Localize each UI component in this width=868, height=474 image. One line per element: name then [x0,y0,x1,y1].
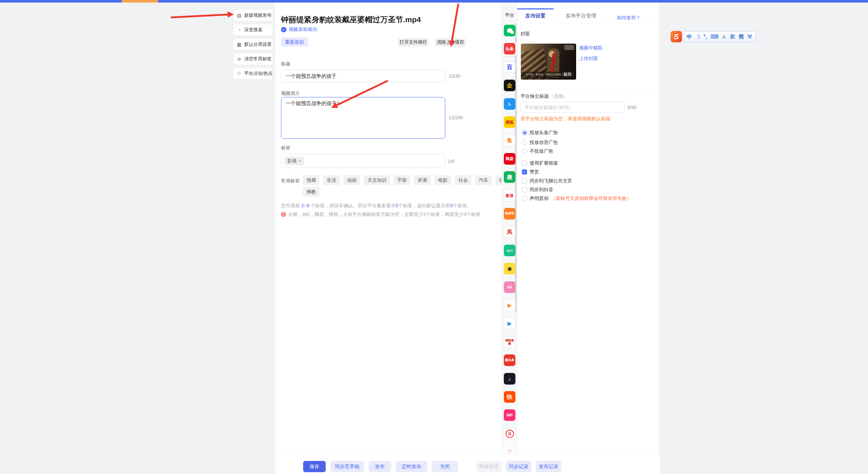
radio-selected-icon[interactable] [522,130,527,135]
common-tag-chip[interactable]: 佛教 [303,187,320,197]
sidebar-item-platform-activity-hotspot[interactable]: ⚐平台活动/热点 [233,68,273,79]
common-tag-chip[interactable]: 生活 [323,175,340,185]
platform-glyph: 惠头条 [505,358,514,362]
radio-option-2[interactable]: 投放自营广告 [522,139,558,146]
description-label: 视频简介 [281,90,300,97]
clear-upload-cache-button[interactable]: 清除上传缓存 [435,38,466,47]
ime-person-icon[interactable]: ♟ [722,34,726,39]
common-tag-chip[interactable]: 电影 [434,175,451,185]
upload-cover-link[interactable]: 上传封面 [579,55,598,62]
platform-icon-qie-hao[interactable]: 企 [504,80,515,91]
checkbox-icon[interactable] [522,161,527,166]
cover-thumbnail[interactable]: 斑马纹、豹金纹、蛇纹以及豹纹都属于… 裁剪 [521,44,576,80]
sidebar-item-clear-common-tags[interactable]: ⊘清空常用标签 [233,53,273,65]
deep-search-icon: ◔ [237,27,242,33]
common-tag-chip[interactable]: 宇宙 [394,175,410,185]
platform-glyph: MP [507,413,513,417]
sidebar-item-label: 平台活动/热点 [244,71,273,77]
status-row: ✓ 视频添加成功 [281,26,317,33]
radio-option-3[interactable]: 不投放广告 [522,148,553,154]
close-button[interactable]: 关闭 [432,461,458,472]
checkbox-icon[interactable] [522,187,527,192]
common-tag-chip[interactable]: 社会 [455,175,471,185]
platform-glyph: 快传号 [505,212,514,216]
platform-icon-meipai[interactable]: MP [504,409,515,421]
checkbox-option-4[interactable]: 同步到抖音 [522,186,553,193]
platform-icon-huitoutiao[interactable]: 惠头条 [504,354,515,366]
radio-option-1[interactable]: 投放头条广告 [522,129,558,136]
sidebar-item-deep-search[interactable]: ◔深度搜索 [233,24,273,36]
independent-title-input[interactable] [521,102,625,113]
platform-glyph: bili [507,285,512,289]
radio-icon[interactable] [522,140,527,145]
platform-icon-sina-kandian[interactable]: 新浪 [504,190,515,201]
scheduled-publish-button[interactable]: 定时发布 [396,461,427,472]
checkbox-option-2[interactable]: ✓赞赏 [522,169,539,175]
how-to-publish-link[interactable]: 如何发布？ [617,15,640,21]
platform-icon-kuaichuan-hao[interactable]: 快传号 [504,208,515,220]
tag-remove-icon[interactable]: × [298,158,301,164]
publish-button[interactable]: 发布 [369,461,391,472]
platform-icon-sohu-hao[interactable]: 搜狐 [504,116,515,128]
sync-records-button[interactable]: 同步记录 [506,461,531,472]
common-tag-chip[interactable]: 评测 [414,175,431,185]
sogou-logo-icon[interactable]: S [671,31,682,42]
platform-icon-sohu-video[interactable]: 搜狐视频 [504,336,515,348]
radio-label: 不投放广告 [530,148,553,154]
ime-moon-icon[interactable]: ☽ [695,34,700,39]
ime-punctuation-icon[interactable]: °‚ [703,34,707,39]
capture-from-video-link[interactable]: 视频中截取 [579,45,603,51]
description-textarea[interactable]: 一个能预言战争的孩子1+ [281,97,445,139]
platform-rail: 平台 头条百企1.搜狐鱼网易趣新浪快传号凤iQIYI◉bili▶▶搜狐视频惠头条… [502,3,517,474]
platform-glyph: ▶ [507,320,512,327]
open-file-path-button[interactable]: 打开文件路径 [398,38,429,47]
sidebar-item-label: 新建视频发布 [244,12,272,19]
tab-platform-manage[interactable]: 发布平台管理 [554,9,608,23]
checkbox-option-3[interactable]: 同步到飞聊公共主页 [522,178,572,184]
platform-icon-netease-hao[interactable]: 网易 [504,153,515,165]
ime-simplified-icon[interactable]: 简 [739,34,744,39]
sync-to-draft-button[interactable]: 同步至草稿 [330,461,364,472]
platform-icon-youku[interactable]: ▶ [504,318,515,329]
ime-tools-icon[interactable]: ⚒ [747,34,752,39]
platform-glyph: 1. [508,102,511,106]
platform-icon-yidian-zixun[interactable]: 1. [504,98,515,110]
sidebar-item-default-category-settings[interactable]: ▦默认分类设置 [233,39,273,50]
platform-icon-tencent-video[interactable]: ▶ [504,300,515,311]
radio-icon[interactable] [522,149,527,154]
platform-icon-toutiao[interactable]: 头条 [504,43,515,55]
platform-icon-kuaishou[interactable]: 快 [504,391,515,403]
common-tag-chip[interactable]: 天文知识 [364,175,390,185]
checkbox-icon[interactable] [522,178,527,184]
publish-records-button[interactable]: 发布记录 [536,461,561,472]
platform-glyph: 新浪 [506,193,514,198]
platform-icon-miaopai[interactable]: ◉ [504,263,515,274]
platform-icon-bilibili[interactable]: bili [504,281,515,293]
tab-publish-settings[interactable]: 发布设置 [517,9,554,23]
platform-icon-baijiahao[interactable]: 百 [504,61,515,73]
platform-glyph: 百 [507,64,513,71]
readd-button[interactable]: 重新添加 [281,37,308,47]
platform-icon-iqiyi-hao[interactable]: iQIYI [504,245,515,256]
platform-glyph: 网易 [506,156,514,162]
platform-icon-dafeng-hao[interactable]: 凤 [504,226,515,238]
common-tag-chip[interactable]: 汽车 [475,175,492,185]
common-tag-chip[interactable]: 动画 [343,175,360,185]
checkbox-option-5[interactable]: 声明原创（若账号无原创权限会导致发布失败） [522,195,631,202]
ime-keyboard-icon[interactable]: ⌨ [711,34,719,39]
tag-input[interactable]: 影视 × [281,154,445,168]
title-input[interactable] [281,70,445,83]
crop-button[interactable]: 裁剪 [561,71,574,77]
platform-icon-qutoutiao[interactable]: 趣 [504,171,515,183]
platform-icon-wechat-channels[interactable] [504,25,515,36]
platform-icon-douyin[interactable]: ♪ [504,373,515,385]
ime-chinese-icon[interactable]: 中 [687,34,692,39]
save-button[interactable]: 保存 [303,461,326,472]
platform-icon-dayu-hao[interactable]: 鱼 [504,134,515,146]
ime-skin-icon[interactable]: 衣 [730,34,735,39]
common-tag-chip[interactable]: 情感 [303,175,320,185]
checkbox-option-1[interactable]: 使用扩展链接 [522,160,558,166]
sidebar-item-new-video-publish[interactable]: ▤新建视频发布 [233,10,273,21]
checkbox-checked-icon[interactable]: ✓ [522,169,527,174]
checkbox-icon[interactable] [522,196,527,201]
